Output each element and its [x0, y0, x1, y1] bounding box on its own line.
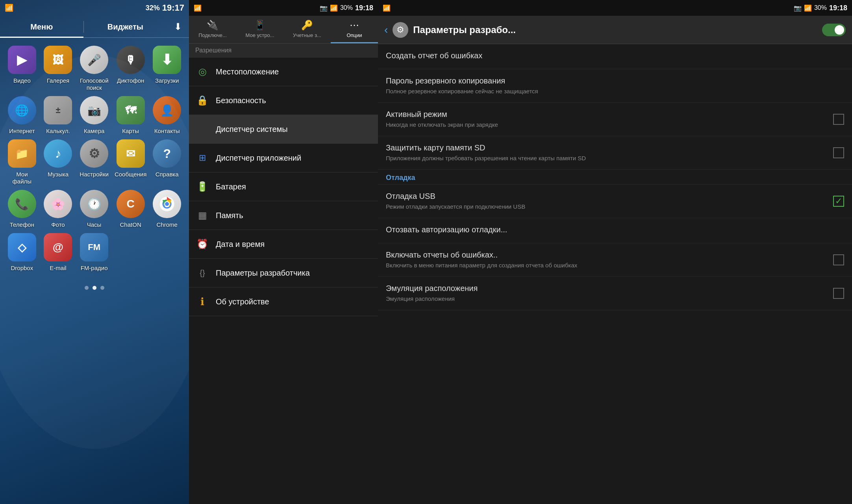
settings-item-about[interactable]: ℹ Об устройстве — [189, 287, 378, 316]
tab-mydevice[interactable]: 📱 Мое устро... — [236, 16, 283, 43]
settings-screen: 📶 📷 📶 30% 19:18 🔌 Подключе... 📱 Мое устр… — [189, 0, 378, 504]
dev-item-revoke[interactable]: Отозвать авторизацию отладки... — [378, 218, 852, 243]
app-help[interactable]: ? Справка — [151, 139, 183, 185]
permissions-label: Разрешения — [195, 47, 232, 54]
app-icon-chaton: C — [117, 190, 145, 218]
dev-item-error-reports[interactable]: Включать отчеты об ошибках.. Включить в … — [378, 243, 852, 277]
dev-item-subtitle-backup: Полное резервное копирование сейчас не з… — [386, 87, 844, 95]
app-voice[interactable]: 🎤 Голосовой поиск — [78, 46, 110, 91]
dev-toggle[interactable] — [822, 24, 846, 36]
dev-item-title-errors: Включать отчеты об ошибках.. — [386, 250, 828, 259]
app-label-photos: Фото — [51, 221, 65, 228]
memory-icon: ▦ — [195, 208, 209, 222]
dev-item-usb-debug[interactable]: Отладка USB Режим отладки запускается пр… — [378, 185, 852, 218]
dispatcher-label: Диспетчер системы — [216, 125, 288, 134]
settings-item-location[interactable]: ◎ Местоположение — [189, 57, 378, 86]
app-music[interactable]: ♪ Музыка — [43, 139, 74, 185]
app-dictaphone[interactable]: 🎙 Диктофон — [115, 46, 146, 91]
app-label-email: E-mail — [50, 265, 67, 272]
options-icon: ⋯ — [350, 20, 359, 31]
settings-item-memory[interactable]: ▦ Память — [189, 201, 378, 230]
app-icon-voice: 🎤 — [80, 46, 108, 74]
app-downloads[interactable]: ⬇ Загрузки — [151, 46, 183, 91]
dev-toggle-knob — [835, 25, 844, 35]
dev-settings-icon: ⚙ — [393, 22, 408, 38]
status-icons-left: 📶 — [5, 4, 13, 12]
app-gallery[interactable]: 🖼 Галерея — [43, 46, 74, 91]
settings-item-developer[interactable]: {} Параметры разработчика — [189, 259, 378, 287]
app-myfiles[interactable]: 📁 Мои файлы — [6, 139, 38, 185]
dev-item-create-report[interactable]: Создать отчет об ошибках — [378, 44, 852, 69]
checkbox-protect-sd[interactable] — [833, 147, 844, 158]
dev-item-title-sd: Защитить карту памяти SD — [386, 143, 828, 152]
tab-connections[interactable]: 🔌 Подключе... — [189, 16, 236, 43]
dev-item-protect-sd[interactable]: Защитить карту памяти SD Приложения долж… — [378, 136, 852, 170]
dev-item-title-revoke: Отозвать авторизацию отладки... — [386, 225, 844, 234]
checkbox-error-reports[interactable] — [833, 254, 844, 265]
dev-item-subtitle-emulation: Эмуляция расположения — [386, 295, 828, 303]
app-camera[interactable]: 📷 Камера — [78, 96, 110, 135]
dev-item-active-mode[interactable]: Активный режим Никогда не отключать экра… — [378, 103, 852, 136]
tab-accounts-label: Учетные з... — [293, 32, 321, 38]
app-label-downloads: Загрузки — [155, 77, 179, 84]
app-calculator[interactable]: ± Калькул. — [43, 96, 74, 135]
settings-item-dispatcher[interactable]: Диспетчер системы — [189, 115, 378, 144]
app-icon-messages: ✉ — [117, 139, 145, 168]
settings-item-security[interactable]: 🔒 Безопасность — [189, 86, 378, 115]
dev-item-backup[interactable]: Пароль резервного копирования Полное рез… — [378, 69, 852, 103]
app-icon-contacts: 👤 — [153, 96, 181, 124]
dot-1[interactable] — [85, 286, 89, 290]
dot-2[interactable] — [93, 286, 96, 290]
app-contacts[interactable]: 👤 Контакты — [151, 96, 183, 135]
home-screen: 📶 32% 19:17 Меню Виджеты ⬇ ▶ Видео 🖼 Гал… — [0, 0, 189, 504]
about-icon: ℹ — [195, 295, 209, 309]
dot-3[interactable] — [100, 286, 104, 290]
app-video[interactable]: ▶ Видео — [6, 46, 38, 91]
app-maps[interactable]: 🗺 Карты — [115, 96, 146, 135]
download-tab-button[interactable]: ⬇ — [167, 16, 189, 38]
app-label-video: Видео — [13, 77, 31, 84]
dev-status-left: 📶 — [383, 4, 391, 12]
tab-options-label: Опции — [346, 32, 362, 38]
app-fmradio[interactable]: FM FM-радио — [78, 233, 110, 272]
status-icons-right: 32% 19:17 — [146, 3, 184, 13]
app-internet[interactable]: 🌐 Интернет — [6, 96, 38, 135]
back-button[interactable]: ‹ — [384, 24, 388, 36]
page-dots — [0, 280, 189, 296]
app-email[interactable]: @ E-mail — [43, 233, 74, 272]
app-settings[interactable]: ⚙ Настройки — [78, 139, 110, 185]
home-tabs: Меню Виджеты ⬇ — [0, 16, 189, 38]
app-icon-email: @ — [44, 233, 72, 261]
app-clock[interactable]: 🕐 Часы — [78, 190, 110, 228]
tab-menu[interactable]: Меню — [0, 16, 83, 38]
app-label-voice: Голосовой поиск — [78, 77, 110, 91]
app-chaton[interactable]: C ChatON — [115, 190, 146, 228]
app-chrome[interactable]: Chrome — [151, 190, 183, 228]
app-phone[interactable]: 📞 Телефон — [6, 190, 38, 228]
battery-percent-home: 32% — [146, 4, 160, 12]
checkbox-emulation[interactable] — [833, 288, 844, 299]
settings-item-appmanager[interactable]: ⊞ Диспетчер приложений — [189, 144, 378, 172]
app-dropbox[interactable]: ◇ Dropbox — [6, 233, 38, 272]
app-label-help: Справка — [156, 171, 179, 178]
tab-options[interactable]: ⋯ Опции — [331, 16, 378, 43]
dev-item-subtitle-errors: Включить в меню питания параметр для соз… — [386, 261, 828, 269]
app-grid: ▶ Видео 🖼 Галерея 🎤 Голосовой поиск 🎙 Ди… — [0, 38, 189, 280]
tab-widgets[interactable]: Виджеты — [84, 16, 167, 38]
app-icon-dictaphone: 🎙 — [117, 46, 145, 74]
app-photos[interactable]: 🌸 Фото — [43, 190, 74, 228]
settings-item-datetime[interactable]: ⏰ Дата и время — [189, 230, 378, 259]
checkbox-usb-debug[interactable]: ✓ — [833, 196, 844, 207]
tab-divider — [83, 21, 84, 33]
dev-header: ‹ ⚙ Параметры разрабо... — [378, 16, 852, 44]
tab-mydevice-label: Мое устро... — [245, 32, 274, 38]
checkbox-active-mode[interactable] — [833, 114, 844, 125]
svg-point-2 — [164, 201, 170, 207]
app-messages[interactable]: ✉ Сообщения — [115, 139, 146, 185]
settings-item-battery[interactable]: 🔋 Батарея — [189, 172, 378, 201]
dev-item-emulation[interactable]: Эмуляция расположения Эмуляция расположе… — [378, 277, 852, 310]
app-icon-downloads: ⬇ — [153, 46, 181, 74]
status-bar-dev: 📶 📷 📶 30% 19:18 — [378, 0, 852, 16]
tab-accounts[interactable]: 🔑 Учетные з... — [283, 16, 331, 43]
app-label-maps: Карты — [122, 128, 139, 135]
